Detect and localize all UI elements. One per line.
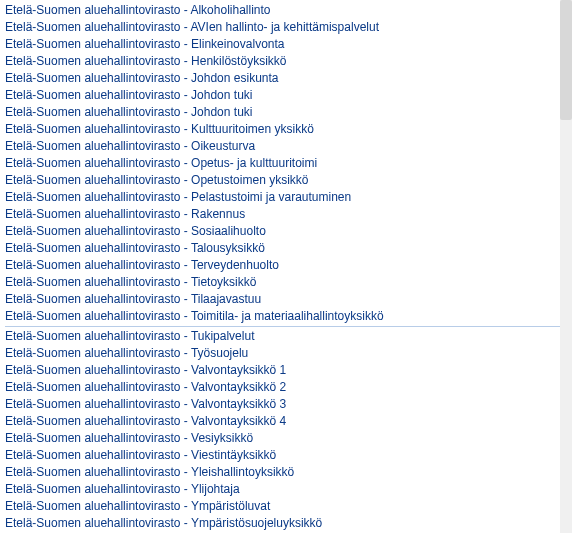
list-item[interactable]: Etelä-Suomen aluehallintovirasto - Johdo… (5, 104, 560, 121)
list-item[interactable]: Etelä-Suomen aluehallintovirasto - Elink… (5, 36, 560, 53)
list-item[interactable]: Etelä-Suomen aluehallintovirasto - Henki… (5, 53, 560, 70)
list-item[interactable]: Etelä-Suomen aluehallintovirasto - Ylijo… (5, 481, 560, 498)
list-item[interactable]: Etelä-Suomen aluehallintovirasto - Terve… (5, 257, 560, 274)
list-item[interactable]: Etelä-Suomen aluehallintovirasto - Valvo… (5, 379, 560, 396)
list-item[interactable]: Etelä-Suomen aluehallintovirasto - Sosia… (5, 223, 560, 240)
divider (5, 326, 561, 327)
list-item[interactable]: Etelä-Suomen aluehallintovirasto - Vesiy… (5, 430, 560, 447)
list-item[interactable]: Etelä-Suomen aluehallintovirasto - Toimi… (5, 308, 560, 325)
list-item[interactable]: Etelä-Suomen aluehallintovirasto - Pelas… (5, 189, 560, 206)
list-item[interactable]: Etelä-Suomen aluehallintovirasto - Talou… (5, 240, 560, 257)
list-item[interactable]: Etelä-Suomen aluehallintovirasto - Oikeu… (5, 138, 560, 155)
list-item[interactable]: Etelä-Suomen aluehallintovirasto - Ympär… (5, 515, 560, 532)
scrollbar[interactable] (560, 0, 572, 533)
list-item[interactable]: Etelä-Suomen aluehallintovirasto - Kultt… (5, 121, 560, 138)
list-item[interactable]: Etelä-Suomen aluehallintovirasto - Johdo… (5, 87, 560, 104)
list-item[interactable]: Etelä-Suomen aluehallintovirasto - Ympär… (5, 498, 560, 515)
list-item[interactable]: Etelä-Suomen aluehallintovirasto - Johdo… (5, 70, 560, 87)
list-item[interactable]: Etelä-Suomen aluehallintovirasto - Viest… (5, 447, 560, 464)
list-item[interactable]: Etelä-Suomen aluehallintovirasto - Yleis… (5, 464, 560, 481)
list-item[interactable]: Etelä-Suomen aluehallintovirasto - Opetu… (5, 155, 560, 172)
list-item[interactable]: Etelä-Suomen aluehallintovirasto - Tukip… (5, 328, 560, 345)
unit-list: Etelä-Suomen aluehallintovirasto - Alkoh… (0, 0, 560, 533)
list-item[interactable]: Etelä-Suomen aluehallintovirasto - AVIen… (5, 19, 560, 36)
list-item[interactable]: Etelä-Suomen aluehallintovirasto - Alkoh… (5, 2, 560, 19)
list-item[interactable]: Etelä-Suomen aluehallintovirasto - Raken… (5, 206, 560, 223)
list-item[interactable]: Etelä-Suomen aluehallintovirasto - Valvo… (5, 396, 560, 413)
list-item[interactable]: Etelä-Suomen aluehallintovirasto - Tieto… (5, 274, 560, 291)
list-item[interactable]: Etelä-Suomen aluehallintovirasto - Tilaa… (5, 291, 560, 308)
list-item[interactable]: Etelä-Suomen aluehallintovirasto - Valvo… (5, 413, 560, 430)
list-item[interactable]: Etelä-Suomen aluehallintovirasto - Työsu… (5, 345, 560, 362)
list-item[interactable]: Etelä-Suomen aluehallintovirasto - Valvo… (5, 362, 560, 379)
list-item[interactable]: Etelä-Suomen aluehallintovirasto - Opetu… (5, 172, 560, 189)
scrollbar-thumb[interactable] (560, 0, 572, 120)
